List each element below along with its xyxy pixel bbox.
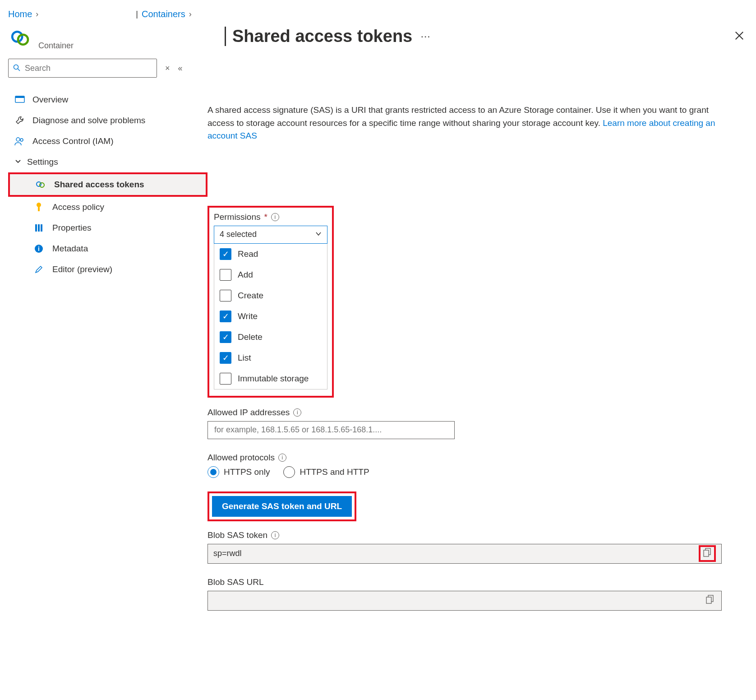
nav-label: Metadata: [52, 244, 88, 254]
nav-label: Settings: [27, 157, 58, 167]
chevron-right-icon: ›: [36, 9, 38, 19]
breadcrumb-home[interactable]: Home: [8, 9, 32, 19]
info-icon[interactable]: i: [293, 408, 301, 417]
checkbox[interactable]: [220, 248, 231, 260]
start-timezone-select[interactable]: (US & Canada): [338, 315, 722, 334]
main-content: A shared access signature (SAS) is a URI…: [207, 51, 740, 629]
link-icon: [35, 181, 46, 188]
highlight-box: Shared access tokens: [8, 172, 207, 197]
more-actions-button[interactable]: ···: [420, 29, 430, 43]
permission-option-create[interactable]: Create: [214, 285, 327, 306]
svg-rect-16: [442, 299, 449, 305]
expiry-time-value: 5:43:29 AM: [466, 350, 507, 360]
checkbox[interactable]: [220, 331, 231, 343]
svg-point-2: [14, 65, 18, 69]
wrench-icon: [14, 116, 25, 125]
expiry-timezone-select[interactable]: (US & Canada): [338, 368, 722, 386]
collapse-sidebar-icon[interactable]: «: [178, 64, 183, 73]
search-box[interactable]: [8, 59, 157, 78]
nav-access-policy[interactable]: Access policy: [8, 197, 207, 218]
permissions-section: Permissions * i 4 selected Read Add Crea…: [207, 206, 334, 398]
sas-token-value: sp=rwdl: [213, 549, 699, 558]
checkbox[interactable]: [220, 311, 231, 322]
checkbox[interactable]: [220, 352, 231, 364]
permission-option-immutable[interactable]: Immutable storage: [214, 368, 327, 389]
nav-label: Access policy: [52, 202, 104, 212]
required-star: *: [264, 212, 267, 222]
permission-option-write[interactable]: Write: [214, 306, 327, 327]
copy-button[interactable]: [704, 593, 716, 608]
option-label: Delete: [238, 332, 263, 342]
info-icon[interactable]: i: [271, 213, 279, 221]
option-label: Write: [238, 311, 258, 321]
permissions-select[interactable]: 4 selected: [214, 226, 327, 244]
close-button[interactable]: [731, 27, 748, 46]
nav-label: Editor (preview): [52, 264, 112, 274]
nav-iam[interactable]: Access Control (IAM): [8, 131, 207, 152]
nav-overview[interactable]: Overview: [8, 89, 207, 110]
intro-text: A shared access signature (SAS) is a URI…: [207, 104, 727, 143]
nav-diagnose[interactable]: Diagnose and solve problems: [8, 110, 207, 131]
option-label: Add: [238, 270, 253, 280]
svg-rect-23: [706, 597, 711, 603]
start-time-input[interactable]: 9:43:29 PM: [460, 294, 722, 312]
permission-option-list[interactable]: List: [214, 348, 327, 368]
chevron-down-icon: [315, 230, 322, 239]
breadcrumb-containers[interactable]: Containers: [142, 9, 185, 19]
nav-settings-group[interactable]: Settings: [8, 152, 207, 172]
info-icon[interactable]: i: [278, 454, 286, 462]
option-label: Read: [238, 249, 258, 259]
checkbox[interactable]: [220, 269, 231, 281]
option-label: Create: [238, 291, 263, 301]
sas-token-label: Blob SAS token: [207, 530, 267, 540]
svg-rect-13: [41, 224, 42, 232]
permissions-dropdown: Read Add Create Write Delete List Immuta…: [214, 244, 327, 389]
nav-shared-access-tokens[interactable]: Shared access tokens: [10, 174, 206, 195]
svg-point-6: [20, 139, 23, 141]
svg-text:i: i: [38, 245, 40, 252]
checkbox[interactable]: [220, 290, 231, 301]
checkbox[interactable]: [220, 373, 231, 385]
allowed-protocols-label: Allowed protocols: [207, 453, 275, 463]
allowed-ip-input[interactable]: [207, 421, 455, 439]
option-label: List: [238, 353, 251, 363]
permission-option-read[interactable]: Read: [214, 244, 327, 264]
sas-url-label: Blob SAS URL: [207, 577, 264, 587]
radio-label: HTTPS only: [224, 467, 270, 477]
nav-label: Overview: [32, 95, 68, 105]
permission-option-add[interactable]: Add: [214, 264, 327, 285]
nav-label: Properties: [52, 223, 92, 233]
permissions-summary: 4 selected: [220, 230, 257, 239]
overview-icon: [14, 96, 25, 104]
copy-button[interactable]: [701, 548, 713, 561]
expiry-date-input[interactable]: [338, 346, 456, 364]
info-icon[interactable]: i: [338, 265, 346, 274]
clear-search-icon[interactable]: ×: [165, 64, 170, 73]
start-date-input[interactable]: [338, 294, 456, 312]
breadcrumb: Home › | Containers ›: [0, 0, 756, 19]
timezone-value: (US & Canada): [344, 372, 399, 381]
key-icon: [33, 202, 44, 212]
nav-metadata[interactable]: i Metadata: [8, 238, 207, 259]
generate-sas-button[interactable]: Generate SAS token and URL: [212, 496, 352, 517]
expiry-time-input[interactable]: 5:43:29 AM: [460, 346, 722, 364]
radio-https-only[interactable]: [207, 466, 219, 478]
search-input[interactable]: [24, 63, 152, 74]
info-icon[interactable]: i: [271, 531, 279, 539]
calendar-icon: [442, 297, 450, 308]
svg-rect-10: [38, 207, 40, 211]
nav-editor[interactable]: Editor (preview): [8, 259, 207, 280]
start-time-value: 9:43:29 PM: [466, 298, 507, 307]
option-label: Immutable storage: [238, 374, 309, 384]
nav-properties[interactable]: Properties: [8, 218, 207, 238]
people-icon: [14, 137, 25, 146]
permission-option-delete[interactable]: Delete: [214, 327, 327, 348]
sidebar: × « Overview Diagnose and solve problems…: [0, 51, 207, 629]
ip-text-input[interactable]: [213, 425, 449, 435]
radio-https-and-http[interactable]: [283, 466, 295, 478]
svg-rect-4: [15, 96, 24, 98]
page-header: Container Shared access tokens ···: [0, 19, 756, 51]
svg-rect-21: [704, 550, 709, 556]
chevron-down-icon: [14, 157, 22, 167]
svg-rect-12: [38, 224, 40, 232]
